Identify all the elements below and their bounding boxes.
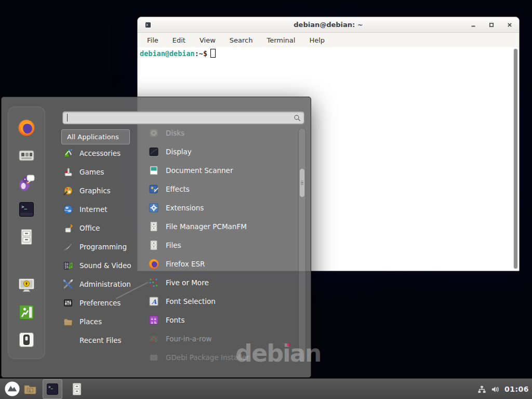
minimize-button[interactable] [470, 22, 476, 28]
category-games[interactable]: Games [63, 163, 145, 181]
category-label: Preferences [79, 299, 121, 307]
sound-video-icon [63, 260, 73, 271]
category-accessories[interactable]: Accessories [63, 144, 145, 163]
document-scanner-icon [148, 165, 159, 176]
files-launcher-icon[interactable] [70, 382, 84, 396]
app-item-font-selection[interactable]: A Font Selection [148, 292, 296, 311]
svg-text:a &: a & [151, 321, 157, 325]
menu-edit[interactable]: Edit [172, 36, 185, 44]
terminal-scrollbar[interactable] [513, 48, 518, 269]
menu-file[interactable]: File [147, 36, 158, 44]
taskbar-tray: 01:06 [477, 379, 529, 399]
terminal-menubar: File Edit View Search Terminal Help [138, 33, 519, 47]
maximize-button[interactable] [488, 22, 495, 28]
application-menu: >_ All Applications [1, 97, 311, 378]
category-label: Places [79, 317, 102, 326]
terminal-icon[interactable]: >_ [17, 200, 36, 219]
terminal-cursor [210, 49, 216, 58]
app-item-display[interactable]: Display [148, 142, 296, 161]
watermark-text: debian [235, 339, 321, 367]
search-box [62, 111, 304, 124]
category-internet[interactable]: Internet [63, 200, 145, 219]
recent-files-label: Recent Files [79, 336, 122, 344]
app-item-document-scanner[interactable]: Document Scanner [148, 161, 296, 180]
places-icon [63, 316, 73, 327]
pcmanfm-icon [148, 221, 159, 232]
pidgin-icon[interactable] [17, 173, 36, 192]
recent-files-spacer [63, 335, 73, 345]
app-item-five-or-more[interactable]: Five or More [148, 273, 296, 292]
terminal-task-icon: >_ [45, 382, 60, 396]
app-item-effects[interactable]: Effects [148, 180, 296, 198]
all-applications-button[interactable]: All Applications [61, 129, 130, 144]
window-title: debian@debian: ~ [138, 21, 519, 29]
menu-terminal[interactable]: Terminal [267, 36, 295, 44]
category-programming[interactable]: Programming [63, 237, 145, 256]
disks-icon [148, 127, 159, 139]
shut-down-icon[interactable] [17, 330, 36, 349]
app-label: Effects [166, 185, 190, 193]
debian-watermark: debian [235, 339, 321, 367]
app-label: Font Selection [166, 297, 216, 305]
network-icon[interactable] [477, 385, 486, 394]
close-button[interactable] [507, 22, 513, 28]
app-item-pcmanfm[interactable]: File Manager PCManFM [148, 217, 296, 236]
category-sound-video[interactable]: Sound & Video [63, 256, 145, 275]
app-label: Four-in-a-row [166, 335, 212, 343]
terminal-task-button[interactable]: >_ [43, 379, 62, 399]
app-label: Firefox ESR [166, 260, 205, 268]
app-list-scrollbar[interactable] [298, 128, 306, 363]
app-label: Extensions [166, 204, 204, 212]
administration-icon [63, 279, 73, 289]
gdebi-icon [148, 352, 159, 363]
keyboard-settings-icon[interactable] [17, 146, 36, 165]
category-label: Internet [79, 205, 108, 214]
app-item-fonts[interactable]: a aa & Fonts [148, 311, 296, 329]
category-office[interactable]: Office [63, 219, 145, 237]
volume-icon[interactable] [491, 385, 500, 394]
category-label: Sound & Video [79, 261, 131, 270]
search-icon [294, 114, 301, 122]
menu-view[interactable]: View [200, 36, 216, 44]
effects-icon [148, 183, 159, 195]
five-or-more-icon [148, 277, 159, 288]
office-icon [63, 223, 73, 233]
watermark-dot [287, 343, 290, 347]
category-label: Accessories [79, 149, 121, 157]
extensions-icon [148, 202, 159, 214]
window-controls [470, 17, 513, 33]
app-item-extensions[interactable]: Extensions [148, 198, 296, 217]
app-item-firefox-esr[interactable]: Firefox ESR [148, 255, 296, 273]
clock[interactable]: 01:06 [504, 385, 529, 393]
file-manager-icon[interactable] [17, 228, 36, 246]
category-preferences[interactable]: Preferences [63, 294, 145, 312]
category-label: Graphics [79, 187, 111, 195]
recent-files-item[interactable]: Recent Files [63, 331, 145, 350]
app-list-scrollbar-thumb[interactable] [299, 168, 305, 197]
prompt-user: debian@debian [140, 49, 195, 58]
category-label: Office [79, 224, 100, 232]
category-places[interactable]: Places [63, 312, 145, 331]
menu-search[interactable]: Search [230, 36, 253, 44]
app-label: Fonts [166, 316, 184, 324]
firefox-icon[interactable] [17, 118, 36, 137]
font-selection-icon: A [148, 296, 159, 307]
firefox-esr-icon [148, 258, 159, 270]
search-input[interactable] [63, 112, 304, 124]
desktop: debian@debian: ~ File Edit View Search T… [0, 0, 532, 399]
app-label: Files [166, 241, 181, 249]
category-label: Games [79, 168, 104, 176]
app-label: File Manager PCManFM [166, 222, 247, 231]
terminal-titlebar[interactable]: debian@debian: ~ [138, 17, 519, 33]
menu-button[interactable] [4, 381, 20, 397]
app-label: Display [166, 148, 192, 156]
terminal-scrollbar-thumb[interactable] [514, 49, 517, 269]
menu-help[interactable]: Help [309, 36, 325, 44]
app-item-files[interactable]: Files [148, 236, 296, 255]
lock-screen-icon[interactable] [17, 275, 36, 294]
category-graphics[interactable]: Graphics [63, 181, 145, 200]
folder-launcher-icon[interactable]: D [23, 382, 37, 396]
log-out-icon[interactable] [17, 303, 36, 322]
four-in-a-row-icon [148, 333, 159, 344]
category-label: Administration [79, 280, 131, 288]
